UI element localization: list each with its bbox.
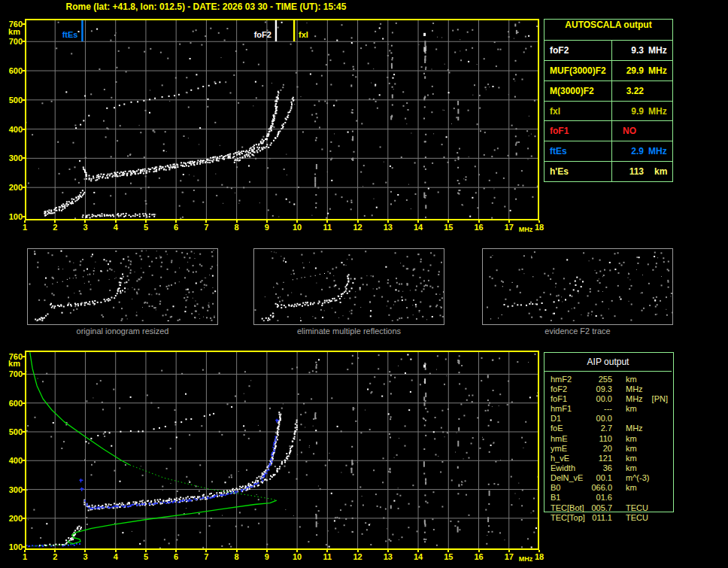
- param-label: M(3000)F2: [544, 81, 612, 101]
- y-tick-mark: [23, 187, 25, 188]
- aip-row-fof1: foF100.0MHz[PN]: [551, 393, 678, 403]
- x-tick-label: 6: [168, 223, 184, 232]
- param-unit: MHz: [648, 106, 667, 117]
- x-tick-label: 2: [47, 552, 63, 561]
- noise-speckle: [487, 251, 672, 321]
- x-tick-mark: [447, 550, 449, 552]
- param-label: B1: [551, 493, 590, 502]
- x-tick-mark: [447, 220, 449, 223]
- param-unit: km: [626, 483, 637, 492]
- autoscala-row-m3000f2: M(3000)F23.22: [544, 80, 672, 101]
- thumbnail-original-ionogram: [27, 248, 218, 325]
- param-unit: TECU: [626, 503, 648, 512]
- autoscala-row-fxi: fxI9.9MHz: [544, 101, 672, 121]
- y-tick-label: 500: [0, 96, 23, 105]
- param-label: hmF1: [551, 404, 590, 413]
- series-x-trace: [565, 281, 584, 300]
- y-tick-label: 100: [0, 212, 23, 221]
- series-profile-bottomside-solid: [68, 500, 277, 544]
- x-tick-label: 12: [350, 552, 366, 561]
- x-tick-label: 5: [138, 223, 154, 232]
- x-tick-mark: [417, 550, 419, 552]
- y-tick-label: 400: [0, 125, 23, 134]
- x-tick-mark: [115, 220, 117, 223]
- x-axis-unit-label: MHz: [519, 555, 533, 563]
- rfi-column: [423, 363, 426, 542]
- aip-row-ewidth: Ewidth36km: [551, 463, 678, 472]
- noise-speckle: [29, 250, 218, 321]
- series-blue-isolated-points: [79, 419, 279, 491]
- series-second-hop: [273, 272, 328, 288]
- thumbnail-caption-eliminate: eliminate multiple reflections: [253, 327, 444, 336]
- x-tick-mark: [478, 220, 480, 223]
- x-tick-mark: [266, 550, 268, 552]
- fxI-marker-label: fxI: [299, 30, 308, 39]
- y-tick-label: 700: [0, 369, 23, 378]
- param-unit: km: [654, 166, 667, 177]
- series-second-hop: [75, 81, 220, 129]
- rfi-column: [350, 37, 353, 203]
- series-f-trace: [504, 277, 578, 308]
- x-tick-label: 18: [531, 223, 548, 232]
- param-note: [PN]: [652, 394, 668, 403]
- thumbnail-evidence-f2: [482, 248, 673, 325]
- aip-row-hve: h_vE121km: [551, 453, 678, 463]
- x-tick-label: 18: [531, 552, 548, 561]
- param-unit: MHz: [626, 394, 643, 403]
- x-tick-mark: [175, 550, 177, 552]
- param-unit: km: [626, 434, 637, 443]
- x-tick-label: 3: [77, 552, 93, 561]
- x-tick-mark: [326, 220, 328, 223]
- x-tick-mark: [24, 220, 26, 223]
- x-tick-label: 17: [501, 552, 517, 561]
- x-tick-mark: [296, 220, 298, 223]
- y-tick-mark: [23, 518, 25, 519]
- y-tick-mark: [23, 373, 25, 375]
- series-es-trace: [490, 314, 502, 319]
- x-tick-mark: [115, 550, 117, 552]
- series-second-hop: [502, 273, 554, 287]
- y-tick-label: 200: [0, 514, 23, 523]
- param-value: 9.3: [621, 45, 644, 56]
- page-title: Rome (lat: +41.8, lon: 012.5) - DATE: 20…: [66, 2, 347, 12]
- param-value: 3.22: [621, 86, 644, 96]
- x-tick-mark: [54, 220, 56, 223]
- param-value: 00.1: [590, 473, 612, 482]
- param-value-cell: 3.22: [612, 81, 672, 101]
- aip-header-divider: [544, 371, 672, 372]
- param-value: 2.7: [590, 424, 612, 433]
- aip-table-header: AIP output: [544, 357, 672, 367]
- x-tick-mark: [205, 550, 207, 552]
- series-profile-topside-solid: [30, 352, 130, 465]
- y-tick-mark: [23, 489, 25, 491]
- x-tick-label: 17: [501, 223, 517, 232]
- x-tick-mark: [417, 220, 419, 223]
- x-tick-label: 9: [259, 552, 275, 561]
- param-unit: MHz: [626, 424, 643, 433]
- param-value: 9.9: [621, 106, 644, 117]
- aip-row-tecbot: TEC[Bot]005.7TECU: [551, 503, 678, 512]
- x-tick-mark: [266, 220, 268, 223]
- x-tick-label: 6: [168, 552, 184, 561]
- x-tick-mark: [296, 550, 298, 552]
- param-unit: TECU: [626, 513, 648, 522]
- series-f-trace: [50, 274, 123, 309]
- series-es-slant: [44, 190, 85, 216]
- aip-row-yme: ymE20km: [551, 443, 678, 453]
- param-value: ---: [590, 404, 612, 413]
- param-label: D1: [551, 414, 590, 423]
- x-tick-label: 11: [319, 552, 335, 561]
- x-tick-mark: [236, 550, 238, 552]
- param-unit: km: [626, 375, 637, 384]
- rfi-column: [390, 45, 393, 205]
- rfi-column: [457, 360, 460, 533]
- x-tick-mark: [205, 220, 207, 223]
- x-tick-label: 14: [410, 223, 426, 232]
- y-tick-label: 400: [0, 456, 23, 465]
- x-tick-label: 15: [440, 552, 457, 561]
- bottom-ionogram-profile-plot: [25, 351, 539, 550]
- param-label: hmE: [551, 434, 590, 443]
- x-tick-label: 4: [108, 223, 124, 232]
- param-label: foF1: [551, 394, 590, 403]
- y-axis-unit-label: km: [0, 359, 20, 368]
